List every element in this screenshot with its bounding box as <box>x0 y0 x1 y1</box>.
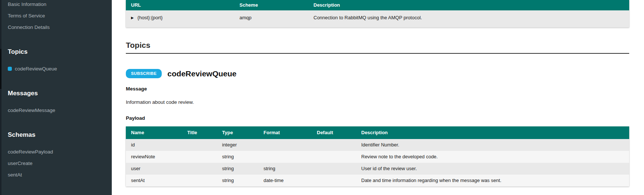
sidebar-item-basic-information[interactable]: Basic Information <box>8 1 108 8</box>
cell-title <box>182 139 217 151</box>
cell-default <box>312 175 356 186</box>
payload-row-user: user string string User id of the review… <box>126 163 629 175</box>
payload-col-format: Format <box>258 126 312 139</box>
cell-format: date-time <box>258 175 312 186</box>
payload-table: Name Title Type Format Default Descripti… <box>126 126 629 186</box>
cell-default <box>312 163 356 175</box>
cell-name: sentAt <box>126 175 182 186</box>
sidebar-item-label: codeReviewQueue <box>15 66 57 72</box>
cell-name: reviewNote <box>126 151 182 163</box>
cell-description: Date and time information regarding when… <box>356 175 629 186</box>
servers-col-description: Description <box>308 0 629 10</box>
sidebar-nav: Basic Information Terms of Service Conne… <box>0 0 112 178</box>
sidebar: Basic Information Terms of Service Conne… <box>0 0 112 195</box>
payload-table-header-row: Name Title Type Format Default Descripti… <box>126 126 629 139</box>
cell-type: integer <box>217 139 258 151</box>
sidebar-item-terms-of-service[interactable]: Terms of Service <box>8 12 108 19</box>
cell-format <box>258 139 312 151</box>
main-content: URL Scheme Description ▶{host}:{port} am… <box>112 0 644 195</box>
sidebar-item-sentat[interactable]: sentAt <box>8 171 108 178</box>
expand-row-icon[interactable]: ▶ <box>131 15 134 20</box>
sidebar-item-codereviewpayload[interactable]: codeReviewPayload <box>8 148 108 155</box>
cell-description: Identifier Number. <box>356 139 629 151</box>
sidebar-item-codereviewmessage[interactable]: codeReviewMessage <box>8 107 108 114</box>
sidebar-section-schemas: Schemas <box>8 131 108 139</box>
payload-col-type: Type <box>217 126 258 139</box>
server-url: {host}:{port} <box>137 15 162 20</box>
servers-table: URL Scheme Description ▶{host}:{port} am… <box>126 0 629 27</box>
server-description-cell: Connection to RabbitMQ using the AMQP pr… <box>308 10 629 27</box>
cell-title <box>182 151 217 163</box>
cell-format <box>258 151 312 163</box>
payload-row-reviewnote: reviewNote string Review note to the dev… <box>126 151 629 163</box>
sidebar-scrollbar[interactable] <box>0 0 1 195</box>
cell-type: string <box>217 151 258 163</box>
payload-col-name: Name <box>126 126 182 139</box>
cell-default <box>312 151 356 163</box>
server-url-cell: ▶{host}:{port} <box>126 10 234 27</box>
server-row[interactable]: ▶{host}:{port} amqp Connection to Rabbit… <box>126 10 629 27</box>
payload-panel: Name Title Type Format Default Descripti… <box>126 126 629 186</box>
payload-col-default: Default <box>312 126 356 139</box>
servers-col-url: URL <box>126 0 234 10</box>
cell-title <box>182 175 217 186</box>
payload-col-description: Description <box>356 126 629 139</box>
payload-label: Payload <box>126 115 629 121</box>
cell-description: User id of the review user. <box>356 163 629 175</box>
sidebar-section-topics: Topics <box>8 48 108 56</box>
topic-header: SUBSCRIBE codeReviewQueue <box>126 69 629 78</box>
cell-name: user <box>126 163 182 175</box>
message-description: Information about code review. <box>126 99 629 105</box>
sidebar-scrollbar-thumb[interactable] <box>0 49 1 89</box>
topics-heading: Topics <box>126 41 629 54</box>
sidebar-section-messages: Messages <box>8 89 108 98</box>
payload-row-id: id integer Identifier Number. <box>126 139 629 151</box>
cell-default <box>312 139 356 151</box>
servers-panel: URL Scheme Description ▶{host}:{port} am… <box>126 0 629 27</box>
cell-type: string <box>217 175 258 186</box>
cell-title <box>182 163 217 175</box>
cell-name: id <box>126 139 182 151</box>
cell-description: Review note to the developed code. <box>356 151 629 163</box>
servers-table-header-row: URL Scheme Description <box>126 0 629 10</box>
sidebar-item-codereviewqueue[interactable]: codeReviewQueue <box>8 65 108 72</box>
servers-col-scheme: Scheme <box>234 0 308 10</box>
cell-format: string <box>258 163 312 175</box>
topic-dot-icon <box>8 67 12 71</box>
topic-name: codeReviewQueue <box>167 69 237 78</box>
message-label: Message <box>126 86 629 92</box>
sidebar-item-connection-details[interactable]: Connection Details <box>8 24 108 31</box>
subscribe-badge: SUBSCRIBE <box>126 69 162 78</box>
sidebar-item-usercreate[interactable]: userCreate <box>8 160 108 167</box>
server-scheme-cell: amqp <box>234 10 308 27</box>
cell-type: string <box>217 163 258 175</box>
payload-col-title: Title <box>182 126 217 139</box>
payload-row-sentat: sentAt string date-time Date and time in… <box>126 175 629 186</box>
